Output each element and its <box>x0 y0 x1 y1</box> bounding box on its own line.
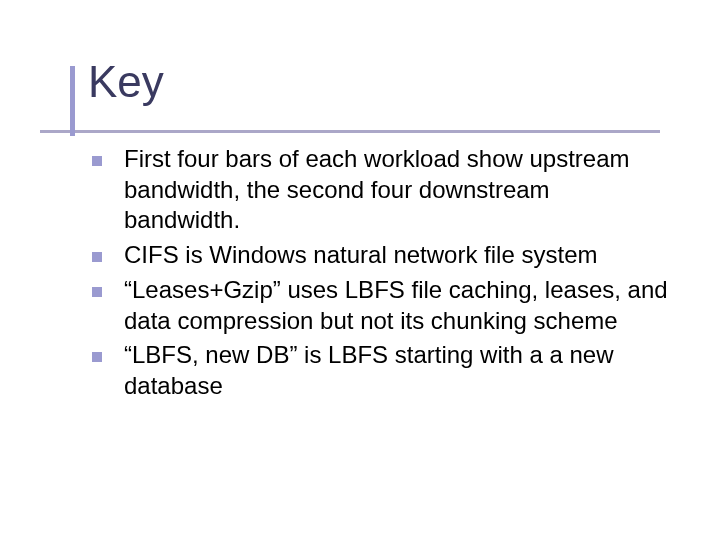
bullet-text: First four bars of each workload show up… <box>124 144 670 236</box>
slide: Key First four bars of each workload sho… <box>0 0 720 540</box>
square-bullet-icon <box>92 156 102 166</box>
title-block: Key <box>70 60 720 104</box>
slide-title: Key <box>70 60 720 104</box>
list-item: “Leases+Gzip” uses LBFS file caching, le… <box>92 275 670 336</box>
accent-horizontal <box>40 130 660 133</box>
list-item: First four bars of each workload show up… <box>92 144 670 236</box>
list-item: “LBFS, new DB” is LBFS starting with a a… <box>92 340 670 401</box>
square-bullet-icon <box>92 252 102 262</box>
bullet-text: CIFS is Windows natural network file sys… <box>124 240 597 271</box>
square-bullet-icon <box>92 287 102 297</box>
bullet-text: “Leases+Gzip” uses LBFS file caching, le… <box>124 275 670 336</box>
bullet-text: “LBFS, new DB” is LBFS starting with a a… <box>124 340 670 401</box>
list-item: CIFS is Windows natural network file sys… <box>92 240 670 271</box>
square-bullet-icon <box>92 352 102 362</box>
slide-body: First four bars of each workload show up… <box>92 144 670 402</box>
